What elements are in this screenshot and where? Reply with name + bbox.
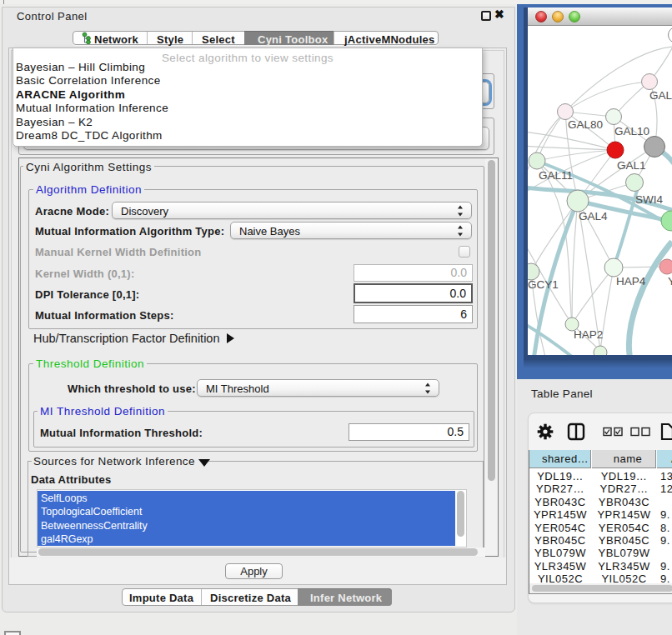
svg-text:HAP2: HAP2 (574, 328, 603, 341)
svg-text:GAL10: GAL10 (614, 125, 649, 138)
svg-text:GAL80: GAL80 (568, 118, 603, 131)
svg-text:Y: Y (668, 275, 672, 288)
svg-text:GCY1: GCY1 (528, 278, 559, 291)
svg-text:GAL11: GAL11 (539, 169, 573, 182)
svg-text:SWI4: SWI4 (635, 193, 663, 206)
svg-text:GAL4: GAL4 (579, 210, 608, 222)
svg-text:GAL1: GAL1 (617, 159, 646, 172)
svg-text:HAP4: HAP4 (616, 275, 646, 288)
svg-text:GAL7: GAL7 (649, 89, 672, 102)
